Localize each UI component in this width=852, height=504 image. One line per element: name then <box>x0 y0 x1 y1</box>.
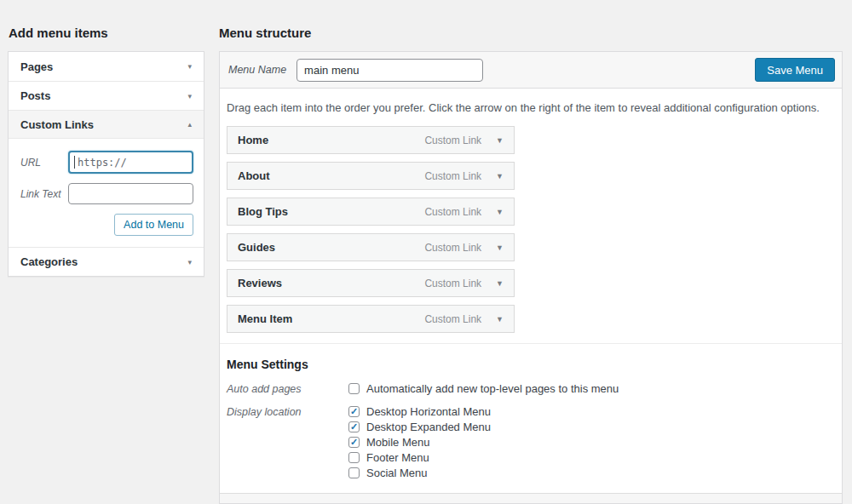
menu-item-type: Custom Link <box>424 313 481 325</box>
link-text-label: Link Text <box>19 188 68 200</box>
save-menu-button[interactable]: Save Menu <box>755 58 835 82</box>
auto-add-checkbox[interactable] <box>348 383 360 394</box>
menu-item-label: Home <box>238 134 424 146</box>
menu-settings-section: Menu Settings Auto add pages Automatical… <box>220 358 842 482</box>
url-input[interactable] <box>68 151 193 174</box>
auto-add-pages-row: Auto add pages Automatically add new top… <box>227 382 835 398</box>
menu-item-menu-item[interactable]: Menu Item Custom Link ▼ <box>227 305 515 333</box>
menu-item-label: Blog Tips <box>238 205 424 218</box>
settings-divider <box>220 343 842 344</box>
item-dropdown-arrow-icon[interactable]: ▼ <box>496 172 504 180</box>
chevron-down-icon: ▾ <box>187 62 192 71</box>
item-dropdown-arrow-icon[interactable]: ▼ <box>496 279 504 288</box>
desktop-horizontal-checkbox[interactable]: ✓ <box>348 406 360 417</box>
auto-add-option: Automatically add new top-level pages to… <box>348 382 619 394</box>
chevron-down-icon: ▾ <box>187 92 192 100</box>
menu-item-home[interactable]: Home Custom Link ▼ <box>227 126 515 154</box>
mobile-menu-checkbox[interactable]: ✓ <box>348 437 360 448</box>
item-dropdown-arrow-icon[interactable]: ▼ <box>496 315 504 324</box>
location-label[interactable]: Desktop Horizontal Menu <box>366 405 491 418</box>
auto-add-pages-label: Auto add pages <box>227 382 348 398</box>
item-dropdown-arrow-icon[interactable]: ▼ <box>496 136 504 145</box>
menu-item-label: Reviews <box>238 277 424 289</box>
location-option: ✓ Desktop Horizontal Menu <box>348 405 491 417</box>
accordion-posts-label: Posts <box>20 89 50 102</box>
menu-item-type: Custom Link <box>424 135 481 146</box>
desktop-expanded-checkbox[interactable]: ✓ <box>348 421 360 432</box>
display-location-row: Display location ✓ Desktop Horizontal Me… <box>227 405 835 482</box>
accordion-custom-links-label: Custom Links <box>20 118 94 131</box>
menu-item-blog-tips[interactable]: Blog Tips Custom Link ▼ <box>227 198 515 226</box>
accordion-posts[interactable]: Posts ▾ <box>9 81 204 110</box>
menu-structure-title: Menu structure <box>219 26 311 40</box>
menu-item-type: Custom Link <box>424 170 481 182</box>
location-label[interactable]: Mobile Menu <box>366 436 429 449</box>
menu-items-list: Home Custom Link ▼ About Custom Link ▼ B… <box>227 126 515 333</box>
location-label[interactable]: Desktop Expanded Menu <box>366 421 491 433</box>
location-option: ✓ Mobile Menu <box>348 436 491 448</box>
menu-structure-panel: Menu Name Save Menu Drag each item into … <box>219 51 843 504</box>
location-label[interactable]: Social Menu <box>366 467 428 479</box>
menu-item-type: Custom Link <box>424 278 481 289</box>
location-label[interactable]: Footer Menu <box>366 451 429 464</box>
text-caret <box>74 156 75 169</box>
menu-name-input[interactable] <box>296 59 483 82</box>
location-option: Social Menu <box>348 467 491 478</box>
item-dropdown-arrow-icon[interactable]: ▼ <box>496 208 504 216</box>
menu-item-label: Guides <box>238 241 424 254</box>
menu-item-type: Custom Link <box>424 242 481 254</box>
add-to-menu-button[interactable]: Add to Menu <box>114 214 193 236</box>
location-option: ✓ Desktop Expanded Menu <box>348 421 491 432</box>
accordion-categories[interactable]: Categories ▾ <box>9 247 204 276</box>
footer-menu-checkbox[interactable] <box>348 452 360 463</box>
menu-name-bar: Menu Name Save Menu <box>220 52 842 89</box>
accordion-categories-label: Categories <box>20 255 78 268</box>
accordion-pages-label: Pages <box>20 60 53 73</box>
social-menu-checkbox[interactable] <box>348 467 360 478</box>
menu-settings-title: Menu Settings <box>227 358 835 371</box>
auto-add-option-label[interactable]: Automatically add new top-level pages to… <box>366 382 619 395</box>
chevron-down-icon: ▾ <box>187 258 192 266</box>
url-label: URL <box>19 157 68 169</box>
accordion-custom-links[interactable]: Custom Links ▴ <box>9 110 204 139</box>
location-option: Footer Menu <box>348 451 491 463</box>
menu-name-label: Menu Name <box>228 64 286 76</box>
menu-item-about[interactable]: About Custom Link ▼ <box>227 162 515 190</box>
menu-item-label: Menu Item <box>238 312 424 325</box>
add-menu-items-title: Add menu items <box>9 26 108 40</box>
menu-item-guides[interactable]: Guides Custom Link ▼ <box>227 233 515 261</box>
add-menu-items-panel: Pages ▾ Posts ▾ Custom Links ▴ URL Link … <box>8 51 204 277</box>
accordion-pages[interactable]: Pages ▾ <box>9 52 204 81</box>
display-location-label: Display location <box>227 405 348 482</box>
menu-item-label: About <box>238 169 424 182</box>
drag-instruction-text: Drag each item into the order you prefer… <box>227 101 833 114</box>
custom-links-body: URL Link Text Add to Menu <box>9 139 204 247</box>
item-dropdown-arrow-icon[interactable]: ▼ <box>496 243 504 252</box>
menu-item-type: Custom Link <box>424 206 481 218</box>
chevron-up-icon: ▴ <box>187 120 192 129</box>
panel-footer-strip <box>220 493 842 503</box>
menu-item-reviews[interactable]: Reviews Custom Link ▼ <box>227 269 515 297</box>
link-text-input[interactable] <box>68 183 193 204</box>
